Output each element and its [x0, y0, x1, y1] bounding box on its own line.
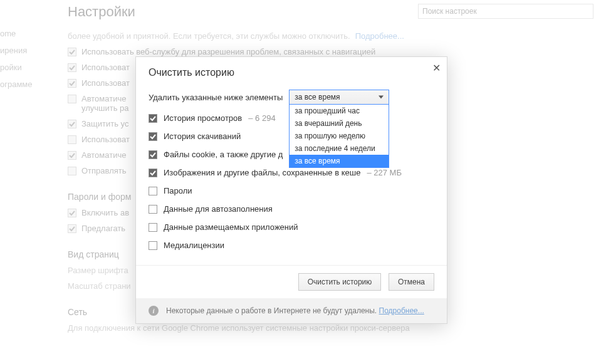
clear-item-label: Изображения и другие файлы, сохраненные …: [164, 168, 360, 177]
time-range-select[interactable]: за все время за прошедший час за вчерашн…: [289, 90, 389, 105]
clear-item-row: Изображения и другие файлы, сохраненные …: [149, 168, 434, 177]
checkbox-icon[interactable]: [68, 95, 76, 103]
intro-text: более удобной и приятной. Если требуется…: [68, 31, 350, 41]
clear-item-label: История просмотров: [164, 113, 242, 123]
select-dropdown: за прошедший час за вчерашний день за пр…: [289, 105, 389, 168]
setting-label: Включить ав: [81, 208, 129, 217]
setting-label: Использоват: [81, 78, 130, 88]
clear-item-hint: – 6 294: [248, 113, 275, 123]
setting-label: Автоматичеулучшить ра: [81, 94, 129, 113]
sidebar: ome ирения ройки ограмме: [0, 25, 50, 93]
info-text: Некоторые данные о работе в Интернете не…: [166, 306, 424, 315]
search-container: [418, 4, 593, 19]
clear-item-label: Данные размещаемых приложений: [164, 222, 298, 232]
clear-item-label: Пароли: [164, 186, 192, 195]
checkbox[interactable]: [149, 205, 157, 214]
setting-row: Использовать веб-службу для разрешения п…: [68, 47, 593, 56]
clear-item-row: Данные размещаемых приложений: [149, 222, 434, 232]
page-title: Настройки: [68, 4, 135, 20]
prompt-label: Удалить указанные ниже элементы: [149, 93, 283, 102]
info-bar: i Некоторые данные о работе в Интернете …: [136, 298, 447, 323]
select-option[interactable]: за вчерашний день: [290, 117, 389, 130]
sidebar-item[interactable]: ограмме: [0, 76, 50, 93]
select-option[interactable]: за последние 4 недели: [290, 142, 389, 155]
learn-more-link[interactable]: Подробнее...: [355, 31, 404, 41]
setting-label: Использоват: [81, 135, 130, 144]
checkbox[interactable]: [149, 114, 157, 123]
intro-line: более удобной и приятной. Если требуется…: [68, 31, 593, 41]
time-range-row: Удалить указанные ниже элементы за все в…: [149, 90, 434, 105]
dialog-footer: Очистить историю Отмена: [136, 265, 447, 298]
setting-text: Для подключения к сети Google Chrome исп…: [68, 323, 593, 333]
checkbox-icon[interactable]: [68, 209, 76, 217]
checkbox[interactable]: [149, 169, 157, 177]
checkbox[interactable]: [149, 241, 157, 250]
clear-item-label: История скачиваний: [164, 132, 241, 141]
select-option[interactable]: за прошлую неделю: [290, 130, 389, 142]
select-option[interactable]: за все время: [290, 155, 389, 167]
checkbox[interactable]: [149, 187, 157, 195]
sidebar-item[interactable]: ройки: [0, 59, 50, 76]
sidebar-item[interactable]: ирения: [0, 42, 50, 59]
checkbox[interactable]: [149, 132, 157, 141]
setting-label: Автоматиче: [81, 150, 126, 160]
sidebar-item[interactable]: ome: [0, 25, 50, 42]
setting-label: Защитить ус: [81, 119, 128, 128]
clear-item-row: Медиалицензии: [149, 241, 434, 250]
clear-item-label: Медиалицензии: [164, 241, 224, 250]
checkbox-icon[interactable]: [68, 151, 76, 160]
checkbox-icon[interactable]: [68, 79, 76, 88]
learn-more-link[interactable]: Подробнее...: [379, 306, 424, 315]
checkbox-icon[interactable]: [68, 135, 76, 144]
setting-label: Использовать веб-службу для разрешения п…: [81, 47, 375, 56]
checkbox-icon[interactable]: [68, 120, 76, 128]
info-icon: i: [149, 306, 159, 316]
clear-history-button[interactable]: Очистить историю: [298, 273, 382, 291]
clear-item-hint: – 227 МБ: [367, 168, 402, 177]
checkbox-icon[interactable]: [68, 48, 76, 56]
setting-label: Использоват: [81, 63, 130, 72]
setting-label: Отправлять: [81, 166, 127, 175]
select-value: за все время: [295, 93, 340, 101]
checkbox-icon[interactable]: [68, 224, 76, 233]
select-button[interactable]: за все время: [289, 90, 389, 105]
checkbox[interactable]: [149, 150, 157, 159]
dialog-body: Удалить указанные ниже элементы за все в…: [136, 83, 447, 265]
dialog-title: Очистить историю: [136, 57, 447, 83]
clear-item-row: Пароли: [149, 186, 434, 195]
clear-history-dialog: ✕ Очистить историю Удалить указанные ниж…: [135, 56, 447, 324]
checkbox-icon[interactable]: [68, 63, 76, 72]
clear-item-label: Файлы cookie, а также другие д: [164, 150, 283, 159]
clear-item-row: Данные для автозаполнения: [149, 204, 434, 214]
chevron-down-icon: [379, 96, 384, 99]
clear-item-label: Данные для автозаполнения: [164, 204, 273, 214]
cancel-button[interactable]: Отмена: [389, 273, 434, 291]
checkbox-icon[interactable]: [68, 167, 76, 175]
close-icon[interactable]: ✕: [432, 62, 441, 74]
setting-label: Предлагать: [81, 224, 125, 233]
select-option[interactable]: за прошедший час: [290, 105, 389, 117]
checkbox[interactable]: [149, 223, 157, 232]
search-input[interactable]: [418, 4, 593, 19]
